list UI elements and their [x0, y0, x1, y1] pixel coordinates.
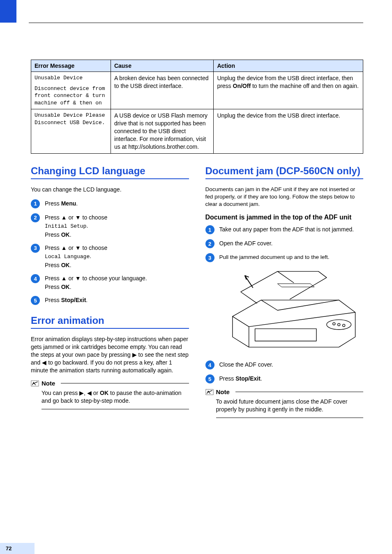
svg-rect-5 — [255, 329, 316, 341]
step-bold: OK — [61, 231, 70, 238]
note-icon — [205, 389, 214, 395]
top-rule — [29, 23, 363, 23]
step-body: Open the ADF cover. — [219, 239, 364, 247]
note-heading: Note — [31, 380, 189, 387]
step-text: . — [76, 200, 78, 207]
step-text: Press — [45, 231, 61, 238]
step-text: Press ▲ or ▼ to choose — [45, 245, 107, 251]
step-4: 4 Close the ADF cover. — [205, 360, 364, 369]
heading-rule — [31, 178, 189, 179]
step-3: 3 Pull the jammed document up and to the… — [205, 253, 364, 262]
step-text: Press — [45, 200, 61, 207]
step-bullet: 1 — [31, 199, 40, 208]
msg-line: Unusable Device Please Disconnect USB De… — [35, 112, 107, 126]
note-rule — [61, 383, 189, 383]
subheading-adf-jam: Document is jammed in the top of the ADF… — [205, 214, 364, 221]
err-anim-body: Error animation displays step-by-step in… — [31, 335, 189, 374]
step-bold: Menu — [61, 200, 76, 207]
cell-cause: A USB device or USB Flash memory drive t… — [111, 109, 213, 153]
step-body: Press ▲ or ▼ to choose Local Language. P… — [45, 244, 189, 269]
step-text: . — [70, 231, 71, 238]
columns: Changing LCD language You can change the… — [31, 165, 363, 418]
step-bold: Stop/Exit — [235, 375, 261, 382]
step-5: 5 Press Stop/Exit. — [205, 374, 364, 383]
step-bullet: 4 — [31, 274, 40, 283]
side-tab — [0, 0, 16, 23]
svg-point-1 — [326, 320, 351, 330]
step-1: 1 Press Menu. — [31, 199, 189, 208]
step-2: 2 Open the ADF cover. — [205, 239, 364, 248]
step-1: 1 Take out any paper from the ADF that i… — [205, 225, 364, 234]
note-end-rule — [216, 418, 364, 418]
action-text: to turn the machine off and then on agai… — [251, 83, 359, 89]
table-row: Unusable Device Disconnect device from f… — [31, 72, 363, 109]
step-text: . — [70, 262, 71, 268]
step-text: Press — [219, 375, 236, 382]
action-bold: On/Off — [233, 83, 251, 89]
note-heading: Note — [205, 388, 364, 395]
cell-action: Unplug the device from the USB direct in… — [214, 72, 363, 109]
step-text: Press ▲ or ▼ to choose — [45, 214, 107, 221]
lang-intro: You can change the LCD language. — [31, 186, 189, 194]
note-icon — [31, 380, 39, 387]
step-text: . — [90, 253, 91, 259]
th-action: Action — [214, 60, 363, 72]
step-body: Press ▲ or ▼ to choose Initial Setup. Pr… — [45, 213, 189, 239]
heading-rule — [31, 328, 189, 329]
msg-line: Disconnect device from front connector &… — [35, 85, 107, 107]
svg-point-3 — [337, 323, 340, 326]
step-bold: Stop/Exit — [61, 297, 86, 303]
step-4: 4 Press ▲ or ▼ to choose your language. … — [31, 274, 189, 291]
step-text: . — [86, 222, 88, 229]
step-bullet: 2 — [31, 213, 40, 222]
step-body: Press Menu. — [45, 199, 189, 208]
note-body: You can press ▶, ◀ or OK to pause the au… — [42, 389, 189, 405]
note-bold: OK — [100, 390, 108, 396]
cell-action: Unplug the device from the USB direct in… — [214, 109, 363, 153]
step-bullet: 5 — [31, 296, 40, 305]
step-3: 3 Press ▲ or ▼ to choose Local Language.… — [31, 244, 189, 269]
step-body: Pull the jammed document up and to the l… — [219, 253, 364, 261]
step-body: Press Stop/Exit. — [219, 374, 364, 383]
note-rule — [235, 392, 363, 392]
jam-intro: Documents can jam in the ADF unit if the… — [205, 186, 364, 208]
heading-document-jam: Document jam (DCP-560CN only) — [205, 165, 364, 177]
step-text: . — [261, 375, 262, 382]
step-code: Initial Setup — [45, 223, 86, 229]
note-body: To avoid future document jams close the … — [216, 398, 364, 413]
content-area: Error Message Cause Action Unusable Devi… — [31, 60, 363, 418]
heading-rule — [205, 178, 364, 179]
step-code: Local Language — [45, 254, 90, 260]
step-text: Press — [45, 284, 61, 290]
step-text: . — [86, 297, 88, 303]
step-bullet: 2 — [205, 239, 214, 248]
step-bullet: 5 — [205, 374, 214, 383]
step-text: Press — [45, 262, 61, 268]
step-body: Take out any paper from the ADF that is … — [219, 225, 364, 233]
msg-line: Unusable Device — [35, 74, 107, 82]
heading-error-animation: Error animation — [31, 315, 189, 326]
note-text: You can press ▶, ◀ or — [42, 390, 100, 396]
cell-msg: Unusable Device Disconnect device from f… — [31, 72, 111, 109]
step-bold: OK — [61, 262, 70, 268]
note-title: Note — [216, 388, 230, 395]
step-text: . — [70, 284, 71, 290]
svg-point-4 — [342, 324, 345, 327]
table-header-row: Error Message Cause Action — [31, 60, 363, 72]
step-bullet: 1 — [205, 225, 214, 234]
step-bullet: 3 — [205, 253, 214, 262]
table-row: Unusable Device Please Disconnect USB De… — [31, 109, 363, 153]
step-bullet: 3 — [31, 244, 40, 253]
step-body: Press Stop/Exit. — [45, 296, 189, 304]
th-error-message: Error Message — [31, 60, 111, 72]
printer-illustration — [216, 267, 364, 355]
left-column: Changing LCD language You can change the… — [31, 165, 189, 418]
step-text: Press ▲ or ▼ to choose your language. — [45, 275, 147, 282]
note-title: Note — [42, 380, 55, 387]
step-body: Close the ADF cover. — [219, 360, 364, 369]
page: Error Message Cause Action Unusable Devi… — [0, 0, 392, 554]
step-2: 2 Press ▲ or ▼ to choose Initial Setup. … — [31, 213, 189, 239]
step-body: Press ▲ or ▼ to choose your language. Pr… — [45, 274, 189, 291]
cell-cause: A broken device has been connected to th… — [111, 72, 213, 109]
step-text: Press — [45, 297, 61, 303]
